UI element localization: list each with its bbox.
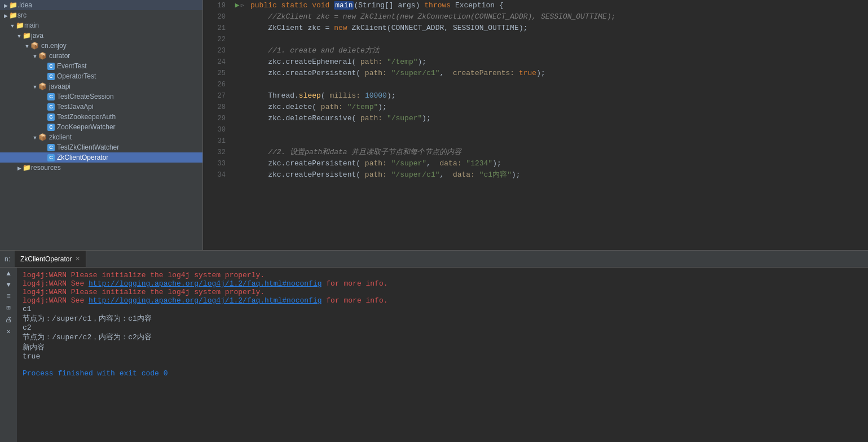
class-icon-eventtest: C — [47, 63, 55, 70]
tree-item-java[interactable]: 📁 java — [0, 30, 202, 41]
console-tab-bar: n: ZkClientOperator ✕ — [0, 251, 868, 268]
console-line-12: Process finished with exit code 0 — [23, 369, 862, 378]
line-num-33: 33 — [203, 158, 231, 169]
run-icon-19[interactable]: ▶ — [235, 0, 240, 11]
tree-item-operatortest[interactable]: ▶ C OperatorTest — [0, 71, 202, 81]
tree-item-testzookeeperauth[interactable]: ▶ C TestZookeeperAuth — [0, 112, 202, 122]
expand-btn[interactable]: ⊞ — [6, 304, 10, 312]
scroll-up-btn[interactable]: ▲ — [6, 270, 10, 278]
line-code-29: zkc.deleteRecursive( path: "/super"); — [248, 113, 868, 124]
tree-item-testcreatesession[interactable]: ▶ C TestCreateSession — [0, 91, 202, 102]
line-num-23: 23 — [203, 45, 231, 56]
bookmark-icon-19: ⊳ — [241, 0, 245, 11]
line-code-27: Thread.sleep( millis: 10000); — [248, 90, 868, 102]
label-resources: resources — [31, 164, 61, 172]
class-icon-zookeeperwatcher: C — [47, 124, 55, 131]
label-testjavaapi: TestJavaApi — [57, 103, 94, 111]
line-num-26: 26 — [203, 79, 231, 90]
code-editor[interactable]: 19 ▶ ⊳ public static void main(String[] … — [203, 0, 868, 250]
print-btn[interactable]: 🖨 — [5, 316, 12, 324]
line-num-22: 22 — [203, 34, 231, 45]
code-line-30: 30 — [203, 124, 868, 135]
filter-btn[interactable]: ≡ — [6, 292, 10, 300]
console-line-4: log4j:WARN See http://logging.apache.org… — [23, 296, 862, 305]
label-operatortest: OperatorTest — [57, 72, 96, 80]
class-icon-testcreatesession: C — [47, 93, 55, 100]
console-line-7: c2 — [23, 323, 862, 332]
line-num-21: 21 — [203, 23, 231, 34]
code-line-25: 25 zkc.createPersistent( path: "/super/c… — [203, 68, 868, 79]
class-icon-testjavaapi: C — [47, 103, 55, 111]
code-line-28: 28 zkc.delete( path: "/temp"); — [203, 102, 868, 113]
code-line-21: 21 ZkClient zkc = new ZkClient(CONNECT_A… — [203, 23, 868, 34]
console-line-3: log4j:WARN Please initialize the log4j s… — [23, 288, 862, 296]
tree-item-javaapi[interactable]: 📦 javaapi — [0, 81, 202, 91]
line-code-19: public static void main(String[] args) t… — [248, 0, 868, 11]
line-code-32: //2. 设置path和data 并且读取子节点和每个节点的内容 — [248, 147, 868, 158]
arrow-javaapi — [32, 84, 38, 90]
console-container: ▲ ▼ ≡ ⊞ 🖨 ✕ log4j:WARN Please initialize… — [0, 268, 868, 442]
console-left-gutter: ▲ ▼ ≡ ⊞ 🖨 ✕ — [0, 268, 17, 442]
console-line-2: log4j:WARN See http://logging.apache.org… — [23, 279, 862, 288]
tree-item-cnenjoy[interactable]: 📦 cn.enjoy — [0, 41, 202, 51]
console-tab-zkclientoperator[interactable]: ZkClientOperator ✕ — [15, 251, 86, 267]
line-num-24: 24 — [203, 56, 231, 68]
code-line-33: 33 zkc.createPersistent( path: "/super",… — [203, 158, 868, 169]
scroll-down-btn[interactable]: ▼ — [6, 281, 10, 289]
line-code-21: ZkClient zkc = new ZkClient(CONNECT_ADDR… — [248, 23, 868, 34]
package-icon-zkclient: 📦 — [38, 133, 47, 141]
line-code-20: //ZkClient zkc = new ZkClient(new ZkConn… — [248, 11, 868, 23]
code-line-24: 24 zkc.createEphemeral( path: "/temp"); — [203, 56, 868, 68]
line-num-29: 29 — [203, 113, 231, 124]
label-java: java — [31, 32, 43, 40]
code-line-20: 20 //ZkClient zkc = new ZkClient(new ZkC… — [203, 11, 868, 23]
file-tree: 📁 .idea 📁 src 📁 main 📁 java 📦 cn.enjoy — [0, 0, 203, 250]
tree-item-idea[interactable]: 📁 .idea — [0, 0, 202, 10]
tree-item-main[interactable]: 📁 main — [0, 20, 202, 30]
arrow-main — [9, 23, 16, 29]
log4j-link-1[interactable]: http://logging.apache.org/log4j/1.2/faq.… — [89, 279, 321, 288]
package-icon-cnenjoy: 📦 — [30, 42, 39, 50]
console-line-6: 节点为：/super/c1，内容为：c1内容 — [23, 313, 862, 323]
class-icon-zkclientoperator: C — [47, 154, 55, 161]
line-code-34: zkc.createPersistent( path: "/super/c1",… — [248, 169, 868, 181]
console-line-8: 节点为：/super/c2，内容为：c2内容 — [23, 332, 862, 342]
line-num-31: 31 — [203, 135, 231, 147]
class-icon-testzkclientwatcher: C — [47, 144, 55, 151]
console-line-5: c1 — [23, 305, 862, 313]
label-testzookeeperauth: TestZookeeperAuth — [57, 113, 116, 121]
line-num-34: 34 — [203, 169, 231, 181]
console-line-9: 新内容 — [23, 342, 862, 352]
code-line-19: 19 ▶ ⊳ public static void main(String[] … — [203, 0, 868, 11]
code-line-31: 31 — [203, 135, 868, 147]
tree-item-resources[interactable]: 📁 resources — [0, 163, 202, 173]
run-label: n: — [0, 251, 15, 267]
code-line-29: 29 zkc.deleteRecursive( path: "/super"); — [203, 113, 868, 124]
label-eventtest: EventTest — [57, 62, 87, 70]
console-tab-close[interactable]: ✕ — [75, 255, 80, 262]
arrow-idea — [2, 2, 9, 8]
tree-item-testjavaapi[interactable]: ▶ C TestJavaApi — [0, 102, 202, 112]
tree-item-curator[interactable]: 📦 curator — [0, 51, 202, 61]
tree-item-eventtest[interactable]: ▶ C EventTest — [0, 61, 202, 71]
line-code-28: zkc.delete( path: "/temp"); — [248, 102, 868, 113]
tree-item-zookeeperwatcher[interactable]: ▶ C ZooKeeperWatcher — [0, 122, 202, 132]
label-curator: curator — [49, 52, 70, 60]
line-code-24: zkc.createEphemeral( path: "/temp"); — [248, 56, 868, 68]
clear-btn[interactable]: ✕ — [6, 327, 10, 336]
tree-item-zkclient[interactable]: 📦 zkclient — [0, 132, 202, 142]
code-line-23: 23 //1. create and delete方法 — [203, 45, 868, 56]
code-line-27: 27 Thread.sleep( millis: 10000); — [203, 90, 868, 102]
line-num-27: 27 — [203, 90, 231, 102]
tree-item-testzkclientwatcher[interactable]: ▶ C TestZkClientWatcher — [0, 142, 202, 152]
label-javaapi: javaapi — [49, 82, 71, 90]
arrow-zkclient — [32, 134, 38, 141]
log4j-link-2[interactable]: http://logging.apache.org/log4j/1.2/faq.… — [89, 296, 321, 305]
line-code-33: zkc.createPersistent( path: "/super", da… — [248, 158, 868, 169]
tree-item-src[interactable]: 📁 src — [0, 10, 202, 20]
code-line-26: 26 — [203, 79, 868, 90]
console-line-1: log4j:WARN Please initialize the log4j s… — [23, 271, 862, 279]
tree-item-zkclientoperator[interactable]: ▶ C ZkClientOperator — [0, 152, 202, 163]
arrow-curator — [32, 53, 38, 59]
editor-area: 19 ▶ ⊳ public static void main(String[] … — [203, 0, 868, 250]
